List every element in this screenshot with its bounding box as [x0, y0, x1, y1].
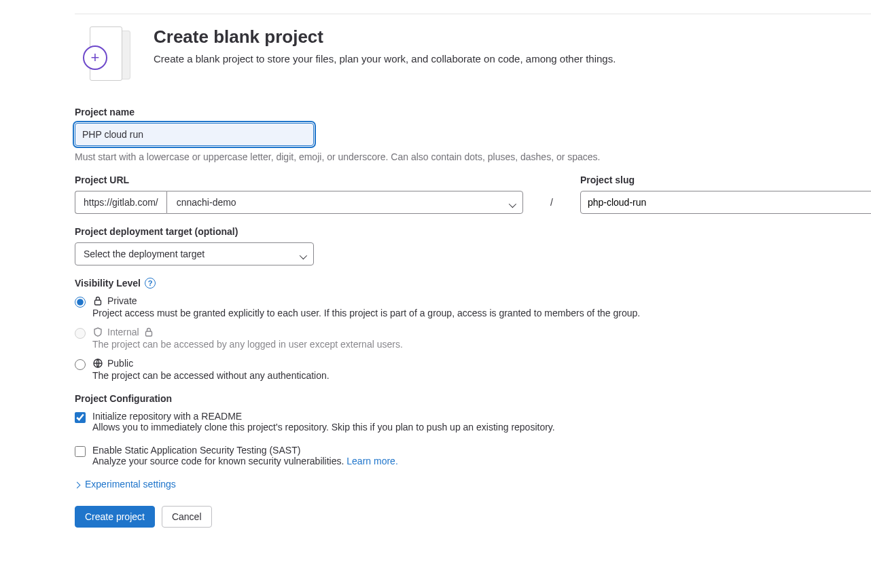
project-slug-label: Project slug: [580, 174, 871, 185]
visibility-internal-label: Internal: [107, 327, 139, 337]
project-icon: +: [75, 26, 135, 86]
plus-icon: +: [83, 45, 107, 70]
page-title: Create blank project: [154, 26, 616, 48]
readme-checkbox[interactable]: [75, 412, 86, 423]
svg-rect-0: [95, 300, 101, 305]
chevron-right-icon: [75, 479, 79, 490]
globe-icon: [92, 358, 103, 369]
deployment-select[interactable]: Select the deployment target: [75, 242, 314, 265]
project-url-prefix: https://gitlab.com/: [75, 191, 166, 214]
sast-desc: Analyze your source code for known secur…: [92, 456, 346, 466]
sast-checkbox[interactable]: [75, 446, 86, 457]
project-name-label: Project name: [75, 107, 871, 117]
visibility-heading: Visibility Level: [75, 278, 141, 289]
readme-label: Initialize repository with a README: [92, 411, 871, 422]
config-heading: Project Configuration: [75, 393, 871, 404]
sast-learn-more-link[interactable]: Learn more.: [346, 456, 397, 466]
help-icon[interactable]: ?: [145, 278, 156, 289]
project-url-label: Project URL: [75, 174, 523, 185]
cancel-button[interactable]: Cancel: [162, 506, 212, 528]
svg-rect-1: [145, 331, 152, 336]
namespace-select[interactable]: cnnachi-demo: [166, 191, 523, 214]
url-slash: /: [550, 181, 553, 208]
visibility-public-desc: The project can be accessed without any …: [92, 370, 871, 381]
deployment-label: Project deployment target (optional): [75, 226, 871, 237]
project-name-helper: Must start with a lowercase or uppercase…: [75, 151, 871, 162]
project-slug-input[interactable]: [580, 191, 871, 214]
lock-icon: [143, 327, 154, 337]
chevron-down-icon: [300, 251, 306, 257]
sast-label: Enable Static Application Security Testi…: [92, 445, 871, 456]
chevron-down-icon: [509, 199, 516, 206]
deployment-placeholder: Select the deployment target: [84, 249, 205, 259]
shield-icon: [92, 327, 103, 337]
visibility-internal-desc: The project can be accessed by any logge…: [92, 339, 871, 350]
visibility-private-desc: Project access must be granted explicitl…: [92, 308, 871, 318]
page-subtitle: Create a blank project to store your fil…: [154, 53, 616, 65]
namespace-value: cnnachi-demo: [177, 197, 236, 208]
create-project-button[interactable]: Create project: [75, 506, 155, 528]
readme-desc: Allows you to immediately clone this pro…: [92, 422, 871, 433]
project-name-input[interactable]: [75, 123, 314, 146]
visibility-public-radio[interactable]: [75, 359, 86, 370]
lock-icon: [92, 295, 103, 306]
experimental-label: Experimental settings: [85, 479, 176, 490]
experimental-toggle[interactable]: Experimental settings: [75, 479, 871, 490]
visibility-public-label: Public: [107, 358, 133, 369]
visibility-private-radio[interactable]: [75, 297, 86, 308]
visibility-private-label: Private: [107, 295, 137, 306]
visibility-internal-radio: [75, 328, 86, 339]
